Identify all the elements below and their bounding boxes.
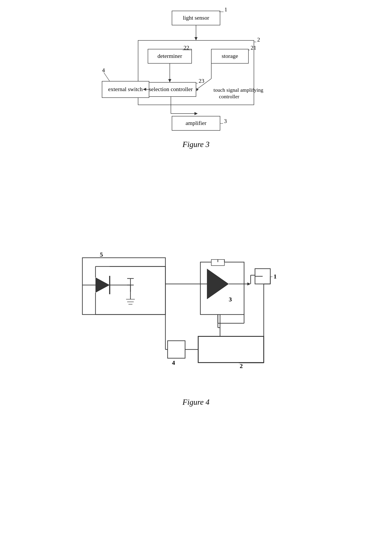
svg-marker-47 <box>207 269 229 299</box>
label3-fig4: 3 <box>229 296 232 303</box>
label-3: 3 <box>224 118 227 124</box>
svg-marker-28 <box>195 112 198 115</box>
svg-text:light sensor: light sensor <box>183 15 209 21</box>
figure3-container: light sensor 1 2 determiner 22 <box>0 7 392 149</box>
label-4: 4 <box>102 67 105 73</box>
label2-fig4: 2 <box>240 363 243 369</box>
svg-text:storage: storage <box>222 53 238 59</box>
svg-marker-52 <box>247 282 251 286</box>
label1-fig4: 1 <box>274 273 277 280</box>
svg-marker-4 <box>195 37 197 40</box>
label-2: 2 <box>257 37 260 43</box>
svg-text:amplifier: amplifier <box>186 120 206 126</box>
label-23: 23 <box>199 78 204 84</box>
svg-rect-57 <box>198 336 264 363</box>
label5: 5 <box>100 251 103 258</box>
label4-fig4: 4 <box>172 359 175 366</box>
outer-label-line2: controller <box>219 94 239 99</box>
figure4-caption: Figure 4 <box>182 397 210 407</box>
figure4-container: 5 <box>0 240 392 407</box>
label-21: 21 <box>251 45 256 51</box>
figure3-svg: light sensor 1 2 determiner 22 <box>98 7 294 138</box>
figure4-svg: 5 <box>76 240 316 397</box>
outer-label-line1: touch signal amplifying <box>214 87 263 93</box>
figure3-diagram: light sensor 1 2 determiner 22 <box>98 7 294 133</box>
figure4-diagram: 5 <box>76 240 316 393</box>
svg-text:external switch: external switch <box>108 86 143 92</box>
svg-text:selection controller: selection controller <box>149 86 193 92</box>
svg-line-23 <box>104 73 110 81</box>
svg-text:determiner: determiner <box>158 53 182 59</box>
svg-rect-59 <box>168 341 185 358</box>
label-1: 1 <box>224 7 227 13</box>
figure3-caption: Figure 3 <box>182 140 210 149</box>
page: light sensor 1 2 determiner 22 <box>0 0 392 536</box>
